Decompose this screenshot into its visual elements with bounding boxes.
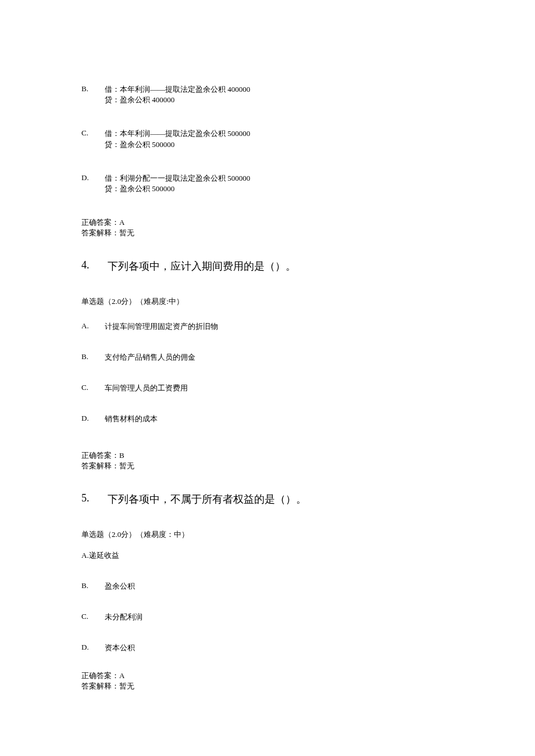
correct-answer: 正确答案：B (81, 450, 465, 461)
option-d: D. 借：利湖分配一一提取法定盈余公积 500000 贷：盈余公积 500000 (81, 173, 465, 194)
option-label: C. (81, 383, 105, 393)
question-number: 4. (81, 259, 108, 273)
option-text: 借：利湖分配一一提取法定盈余公积 500000 贷：盈余公积 500000 (105, 173, 465, 194)
option-a: A.递延收益 (81, 550, 465, 561)
option-a: A. 计提车间管理用固定资产的折旧物 (81, 321, 465, 332)
option-text: 销售材料的成本 (105, 414, 465, 424)
correct-answer: 正确答案：A (81, 671, 465, 681)
option-c: C. 未分配利润 (81, 612, 465, 622)
answer-block: 正确答案：A 答案解释：暂无 (81, 217, 465, 238)
question-meta: 单选题（2.0分）（难易度：中） (81, 529, 465, 540)
answer-explanation: 答案解释：暂无 (81, 228, 465, 238)
option-text: 盈余公积 (105, 581, 465, 592)
text-line: 借：本年利润——提取法定盈余公积 400000 (105, 84, 465, 95)
option-c: C. 借：本年利润——提取法定盈余公积 500000 贷：盈余公积 500000 (81, 128, 465, 149)
option-text: 计提车间管理用固定资产的折旧物 (105, 321, 465, 332)
option-label: D. (81, 414, 105, 424)
option-d: D. 销售材料的成本 (81, 414, 465, 424)
option-label: D. (81, 173, 105, 194)
question-5-header: 5. 下列各项中，不属于所有者权益的是（）。 (81, 492, 465, 506)
answer-explanation: 答案解释：暂无 (81, 681, 465, 691)
text-line: 贷：盈余公积 500000 (105, 139, 465, 150)
option-label: B. (81, 352, 105, 363)
option-text: 未分配利润 (105, 612, 465, 622)
option-label: A. (81, 321, 105, 332)
option-b: B. 支付给产品销售人员的佣金 (81, 352, 465, 363)
option-d: D. 资本公积 (81, 643, 465, 653)
option-label: B. (81, 581, 105, 592)
question-4-header: 4. 下列各项中，应计入期间费用的是（）。 (81, 259, 465, 273)
answer-block: 正确答案：B 答案解释：暂无 (81, 450, 465, 471)
text-line: 贷：盈余公积 500000 (105, 184, 465, 194)
option-text: 借：本年利润——提取法定盈余公积 400000 贷：盈余公积 400000 (105, 84, 465, 105)
option-label: C. (81, 612, 105, 622)
question-text: 下列各项中，不属于所有者权益的是（）。 (108, 492, 465, 506)
option-c: C. 车间管理人员的工资费用 (81, 383, 465, 393)
option-text: 车间管理人员的工资费用 (105, 383, 465, 393)
answer-explanation: 答案解释：暂无 (81, 461, 465, 471)
correct-answer: 正确答案：A (81, 217, 465, 228)
text-line: 借：利湖分配一一提取法定盈余公积 500000 (105, 173, 465, 184)
text-line: 贷：盈余公积 400000 (105, 95, 465, 105)
question-meta: 单选题（2.0分）（难易度:中） (81, 296, 465, 307)
option-label: C. (81, 128, 105, 149)
option-b: B. 借：本年利润——提取法定盈余公积 400000 贷：盈余公积 400000 (81, 84, 465, 105)
question-number: 5. (81, 492, 108, 506)
option-label: D. (81, 643, 105, 653)
option-text: 支付给产品销售人员的佣金 (105, 352, 465, 363)
option-b: B. 盈余公积 (81, 581, 465, 592)
option-text: 借：本年利润——提取法定盈余公积 500000 贷：盈余公积 500000 (105, 128, 465, 149)
option-label: B. (81, 84, 105, 105)
answer-block: 正确答案：A 答案解释：暂无 (81, 671, 465, 691)
option-text: 资本公积 (105, 643, 465, 653)
question-text: 下列各项中，应计入期间费用的是（）。 (108, 259, 465, 273)
text-line: 借：本年利润——提取法定盈余公积 500000 (105, 128, 465, 139)
